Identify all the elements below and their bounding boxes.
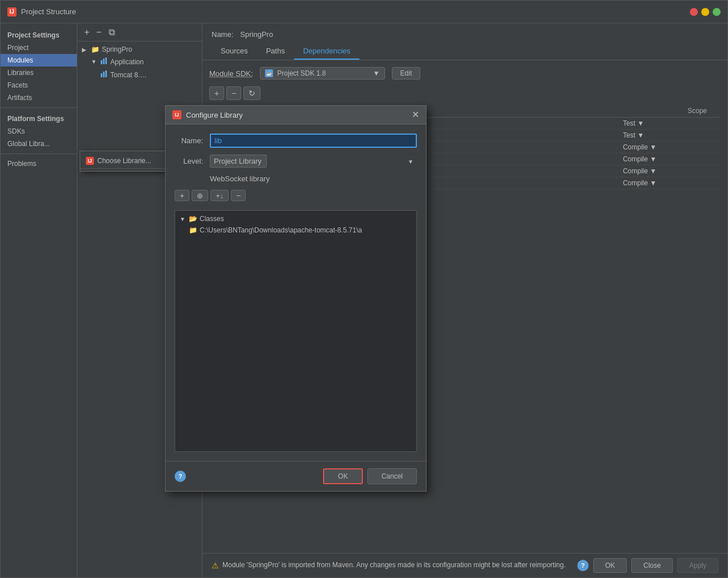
sidebar: Project Settings Project Modules Librari… bbox=[1, 23, 77, 577]
dep-scope-3[interactable]: Compile ▼ bbox=[618, 153, 721, 165]
dep-scope-1[interactable]: Test ▼ bbox=[618, 130, 721, 142]
level-select-wrapper: Project Library Global Library Module Li… bbox=[210, 155, 417, 168]
sdk-row: Module SDK: ☕ Project SDK 1.8 ▼ Edit bbox=[209, 67, 721, 80]
sidebar-item-problems[interactable]: Problems bbox=[1, 157, 77, 170]
minimize-window-btn[interactable] bbox=[701, 8, 709, 16]
sdk-label: Module SDK: bbox=[209, 69, 253, 78]
title-controls bbox=[690, 8, 721, 16]
dialog-help-btn[interactable]: ? bbox=[175, 471, 186, 482]
svg-rect-2 bbox=[105, 57, 107, 64]
sidebar-item-modules[interactable]: Modules bbox=[1, 54, 77, 66]
deps-refresh-btn[interactable]: ↻ bbox=[243, 86, 260, 100]
tree-item-application[interactable]: ▼ Application bbox=[77, 55, 202, 68]
sidebar-item-libraries[interactable]: Libraries bbox=[1, 66, 77, 79]
name-value: SpringPro bbox=[240, 30, 273, 39]
level-select[interactable]: Project Library Global Library Module Li… bbox=[210, 155, 267, 168]
maximize-window-btn[interactable] bbox=[713, 8, 721, 16]
choose-libraries-dialog: IJ Choose Librarie... bbox=[80, 151, 171, 172]
dialog-footer-actions: OK Cancel bbox=[323, 468, 417, 484]
folder-icon: 📁 bbox=[91, 45, 100, 53]
choose-lib-title: IJ Choose Librarie... bbox=[80, 153, 170, 169]
scope-arrow: ▼ bbox=[650, 143, 657, 151]
sdk-icon: ☕ bbox=[265, 69, 273, 77]
help-btn[interactable]: ? bbox=[577, 560, 589, 571]
classes-icon: 📂 bbox=[189, 215, 197, 223]
level-field-row: Level: Project Library Global Library Mo… bbox=[175, 155, 417, 168]
scope-arrow: ▼ bbox=[638, 119, 644, 127]
expand-arrow: ▶ bbox=[82, 47, 89, 53]
tree-item-tomcat[interactable]: Tomcat 8.… bbox=[77, 68, 202, 81]
deps-add-btn[interactable]: + bbox=[209, 86, 224, 100]
project-settings-label: Project Settings bbox=[1, 28, 77, 41]
lib-tree: ▼ 📂 Classes 📁 C:\Users\BNTang\Downloads\… bbox=[175, 210, 417, 452]
lib-tree-file-path[interactable]: 📁 C:\Users\BNTang\Downloads\apache-tomca… bbox=[175, 224, 416, 236]
sidebar-item-global-lib[interactable]: Global Libra... bbox=[1, 138, 77, 150]
svg-rect-4 bbox=[103, 72, 105, 77]
warning-icon: ⚠ bbox=[212, 561, 219, 570]
dep-scope-2[interactable]: Compile ▼ bbox=[618, 142, 721, 153]
configure-library-dialog: IJ Configure Library ✕ Name: Level: Proj… bbox=[165, 105, 427, 492]
ok-btn[interactable]: OK bbox=[593, 558, 627, 573]
edit-sdk-btn[interactable]: Edit bbox=[392, 67, 421, 80]
platform-settings-label: Platform Settings bbox=[1, 111, 77, 125]
module-name-row: Name: SpringPro bbox=[212, 30, 718, 39]
close-btn[interactable]: Close bbox=[631, 558, 673, 573]
dialog-ok-btn[interactable]: OK bbox=[323, 468, 362, 484]
svg-rect-1 bbox=[103, 59, 105, 64]
apply-btn[interactable]: Apply bbox=[677, 558, 718, 573]
dialog-title-content: IJ Configure Library bbox=[172, 110, 243, 119]
sidebar-item-facets[interactable]: Facets bbox=[1, 79, 77, 92]
tree-toolbar: + − ⧉ bbox=[77, 23, 202, 41]
col-scope-header: Scope bbox=[618, 105, 721, 118]
lib-add-btn[interactable]: + bbox=[175, 190, 189, 201]
lib-remove-btn[interactable]: − bbox=[231, 190, 246, 201]
deps-remove-btn[interactable]: − bbox=[226, 86, 241, 100]
module-tabs: Sources Paths Dependencies bbox=[212, 43, 718, 60]
scope-arrow: ▼ bbox=[650, 179, 657, 187]
tab-sources[interactable]: Sources bbox=[212, 43, 257, 60]
window-title: Project Structure bbox=[21, 7, 685, 16]
copy-btn[interactable]: ⧉ bbox=[106, 27, 117, 38]
dialog-close-btn[interactable]: ✕ bbox=[412, 110, 419, 119]
dep-scope-4[interactable]: Compile ▼ bbox=[618, 165, 721, 177]
dep-scope-5[interactable]: Compile ▼ bbox=[618, 177, 721, 189]
dropdown-arrow: ▼ bbox=[373, 69, 380, 77]
lib-add-with-btn[interactable]: ⊕ bbox=[192, 190, 208, 201]
lib-tree-classes[interactable]: ▼ 📂 Classes bbox=[175, 213, 416, 224]
svg-rect-0 bbox=[101, 60, 102, 64]
sidebar-item-sdks[interactable]: SDKs bbox=[1, 125, 77, 138]
dialog-cancel-btn[interactable]: Cancel bbox=[367, 468, 417, 484]
close-window-btn[interactable] bbox=[690, 8, 698, 16]
warning-text: Module 'SpringPro' is imported from Mave… bbox=[222, 561, 566, 569]
remove-btn[interactable]: − bbox=[94, 27, 104, 38]
svg-rect-5 bbox=[105, 70, 107, 77]
tab-dependencies[interactable]: Dependencies bbox=[294, 43, 359, 60]
add-btn[interactable]: + bbox=[82, 27, 92, 38]
library-name-input[interactable] bbox=[210, 134, 417, 148]
module-icon bbox=[100, 57, 108, 66]
name-field-row: Name: bbox=[175, 134, 417, 148]
file-icon: 📁 bbox=[189, 226, 197, 234]
scope-arrow: ▼ bbox=[650, 167, 657, 175]
app-icon: IJ bbox=[7, 7, 16, 16]
dialog-title-bar: IJ Configure Library ✕ bbox=[166, 106, 426, 124]
sidebar-divider bbox=[1, 107, 77, 108]
bottom-warning: ⚠ Module 'SpringPro' is imported from Ma… bbox=[212, 561, 577, 570]
dep-scope-0[interactable]: Test ▼ bbox=[618, 118, 721, 130]
sdk-dropdown[interactable]: ☕ Project SDK 1.8 ▼ bbox=[260, 67, 385, 80]
sidebar-item-project[interactable]: Project bbox=[1, 41, 77, 54]
bottom-bar: ⚠ Module 'SpringPro' is imported from Ma… bbox=[202, 553, 727, 577]
module-header: Name: SpringPro Sources Paths Dependenci… bbox=[202, 23, 727, 60]
sidebar-item-artifacts[interactable]: Artifacts bbox=[1, 92, 77, 104]
lib-info-text: WebSocket library bbox=[210, 174, 417, 183]
sidebar-divider-2 bbox=[1, 153, 77, 154]
lib-add-extra-btn[interactable]: +↓ bbox=[210, 190, 229, 201]
module-icon-2 bbox=[100, 70, 108, 80]
dialog-body: Name: Level: Project Library Global Libr… bbox=[166, 124, 426, 461]
dialog-icon: IJ bbox=[172, 110, 181, 119]
title-bar: IJ Project Structure bbox=[1, 1, 727, 23]
select-arrow-icon: ▼ bbox=[408, 158, 413, 164]
choose-lib-icon: IJ bbox=[86, 157, 94, 165]
tree-item-springpro[interactable]: ▶ 📁 SpringPro bbox=[77, 44, 202, 55]
tab-paths[interactable]: Paths bbox=[257, 43, 294, 60]
